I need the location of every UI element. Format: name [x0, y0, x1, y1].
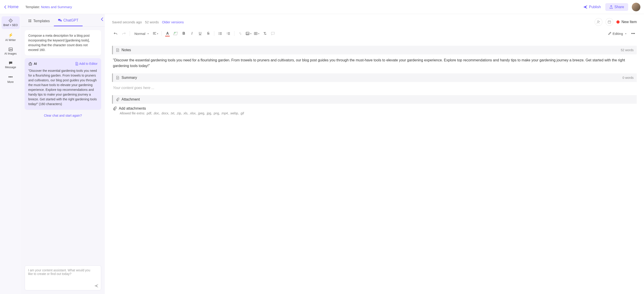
clear-chat-label: Clear chat and start again?	[44, 114, 82, 117]
user-avatar[interactable]	[632, 3, 640, 11]
ai-message: AI Add to Editor "Discover the essential…	[25, 58, 101, 110]
svg-rect-5	[30, 20, 31, 21]
rail-more-label: More	[8, 80, 14, 84]
new-item-status[interactable]: New Item	[616, 20, 637, 24]
italic-icon: I	[192, 32, 192, 36]
undo-button[interactable]	[112, 30, 119, 37]
redo-button[interactable]	[120, 30, 128, 37]
add-to-editor-label: Add to Editor	[79, 61, 98, 66]
font-color-icon: A	[166, 32, 169, 36]
user-message: Compose a meta description for a blog po…	[25, 30, 101, 56]
more-toolbar-button[interactable]: •••	[630, 30, 637, 37]
editing-mode-dropdown[interactable]: Editing▾	[606, 30, 628, 37]
attachment-title: Attachment	[122, 97, 140, 102]
send-icon	[94, 284, 99, 288]
svg-point-1	[10, 20, 11, 21]
undo-icon	[114, 32, 118, 35]
user-message-text: Compose a meta description for a blog po…	[28, 34, 90, 52]
svg-point-10	[30, 64, 31, 64]
tab-chatgpt[interactable]: ChatGPT	[54, 15, 82, 26]
ai-label-text: AI	[34, 61, 37, 66]
template-name-link[interactable]: Notes and Summary	[41, 5, 72, 9]
add-attachments-label: Add attachments	[119, 106, 146, 111]
svg-point-9	[30, 64, 30, 64]
dots-icon: •••	[2, 75, 19, 80]
rail-ai-writer[interactable]: ⚡ AI Writer	[2, 30, 20, 44]
editor-area: Saved seconds ago 52 words Older version…	[105, 14, 644, 294]
font-color-button[interactable]: A	[164, 30, 171, 37]
link-button[interactable]	[237, 30, 244, 37]
image-dropdown[interactable]: ▾	[245, 30, 252, 37]
chevron-down-icon: ▾	[250, 32, 252, 35]
tab-templates-label: Templates	[33, 19, 50, 23]
saved-status: Saved seconds ago	[112, 20, 142, 24]
ai-label: AI	[28, 61, 37, 66]
summary-word-count: 0 words	[622, 76, 634, 80]
redo-icon	[122, 32, 126, 35]
table-dropdown[interactable]: ▾	[253, 30, 260, 37]
rail-message[interactable]: Message	[2, 59, 20, 71]
paperclip-icon	[116, 98, 119, 101]
rail-ai-images[interactable]: AI Images	[2, 45, 20, 58]
chevron-down-icon: ▾	[258, 32, 259, 35]
align-left-icon	[153, 32, 156, 35]
calendar-button[interactable]	[606, 18, 613, 26]
chevron-down-icon: ▾	[148, 32, 149, 35]
align-dropdown[interactable]: ▾	[152, 30, 159, 37]
chat-panel: Templates ChatGPT Compose a meta descrip…	[21, 14, 105, 294]
clear-format-button[interactable]	[261, 30, 268, 37]
rail-brief-seo[interactable]: Brief + SEO	[2, 16, 20, 29]
editor-toolbar: Normal▾ ▾ A B I U S 12 ▾ ▾	[105, 28, 644, 40]
chat-icon	[2, 61, 19, 65]
send-button[interactable]	[94, 284, 99, 288]
number-list-button[interactable]: 12	[225, 30, 232, 37]
summary-title: Summary	[122, 76, 137, 80]
section-head-attachment: Attachment	[112, 95, 637, 104]
add-attachments-button[interactable]: Add attachments	[112, 104, 637, 111]
grid-icon	[28, 19, 32, 23]
summary-body[interactable]: Your content goes here ...	[112, 82, 637, 92]
bolt-icon: ⚡	[2, 33, 19, 38]
svg-rect-7	[30, 21, 31, 22]
collapse-panel-button[interactable]	[101, 17, 104, 21]
share-button[interactable]: Share	[605, 3, 628, 11]
new-item-label: New Item	[621, 20, 637, 24]
strike-button[interactable]: S	[204, 30, 212, 37]
rail-more[interactable]: ••• More	[2, 73, 20, 86]
comment-button[interactable]	[269, 30, 276, 37]
robot-icon	[28, 62, 32, 66]
rail-ai-images-label: AI Images	[4, 52, 16, 55]
older-versions-link[interactable]: Older versions	[162, 20, 184, 24]
bullet-list-button[interactable]	[216, 30, 224, 37]
add-collaborator-button[interactable]	[595, 18, 602, 26]
ai-message-text: "Discover the essential gardening tools …	[28, 68, 98, 106]
italic-button[interactable]: I	[188, 30, 196, 37]
user-plus-icon	[597, 20, 600, 24]
chat-input[interactable]	[28, 268, 92, 286]
publish-button[interactable]: Publish	[583, 5, 601, 9]
comment-icon	[271, 32, 275, 35]
status-dot-icon	[616, 20, 620, 24]
chat-bubbles-icon	[58, 19, 62, 22]
chevron-left-icon	[101, 17, 104, 21]
svg-point-14	[219, 33, 219, 34]
tab-templates[interactable]: Templates	[24, 16, 54, 26]
svg-point-19	[247, 33, 247, 33]
word-count: 52 words	[145, 20, 159, 24]
table-icon	[254, 32, 257, 35]
document-plus-icon	[75, 62, 78, 66]
svg-rect-12	[608, 21, 611, 23]
home-link[interactable]: Home	[4, 5, 18, 9]
upload-icon	[610, 5, 613, 9]
bold-button[interactable]: B	[180, 30, 187, 37]
style-label: Normal	[134, 32, 145, 36]
notes-body[interactable]: "Discover the essential gardening tools …	[112, 54, 637, 70]
underline-button[interactable]: U	[196, 30, 204, 37]
paragraph-style-dropdown[interactable]: Normal▾	[132, 30, 151, 37]
svg-rect-8	[29, 63, 32, 65]
clear-chat-link[interactable]: Clear chat and start again?	[25, 112, 101, 119]
strike-icon: S	[207, 32, 210, 36]
highlight-button[interactable]	[172, 30, 179, 37]
dots-icon: •••	[631, 32, 635, 36]
add-to-editor-button[interactable]: Add to Editor	[75, 61, 98, 66]
